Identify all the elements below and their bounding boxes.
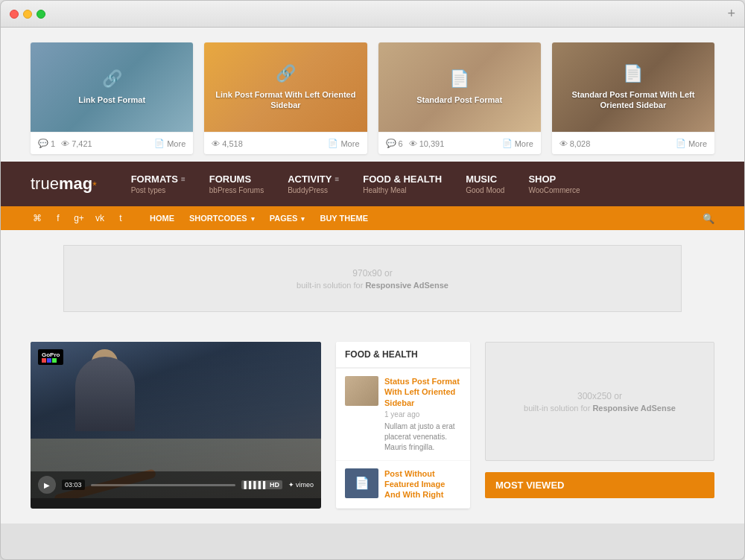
doc-icon-1: 📄 — [154, 139, 165, 148]
fh-item-title-2: Post Without Featured Image And With Rig… — [384, 468, 461, 500]
buy-theme-nav-item[interactable]: BUY THEME — [320, 214, 368, 223]
video-scene: GoPro ▶ 03:03 ▌▌▌▌▌ HD — [31, 342, 321, 498]
social-icons: ⌘ f g+ vk t — [31, 211, 127, 225]
card-title-3: Standard Post Format — [416, 95, 502, 105]
gopro-dot-1 — [42, 358, 46, 363]
gopro-dots — [42, 358, 60, 363]
card-image-4: 📄 Standard Post Format With Left Oriente… — [552, 42, 714, 132]
close-button[interactable] — [10, 10, 19, 19]
navbar: truemag* FORMATS ≡ Post types FORUMS bbP… — [1, 162, 744, 206]
ad-size-label: 970x90 or — [352, 268, 392, 279]
food-health-sub: Healthy Meal — [363, 186, 442, 194]
more-link-3[interactable]: 📄 More — [502, 139, 533, 148]
more-link-1[interactable]: 📄 More — [154, 139, 186, 148]
view-count-2: 👁 4,518 — [212, 139, 243, 148]
food-health-label: FOOD & HEALTH — [363, 174, 442, 185]
view-count-3: 👁 10,391 — [409, 139, 445, 148]
post-card-4[interactable]: 📄 Standard Post Format With Left Oriente… — [552, 42, 714, 154]
gopro-badge: GoPro — [38, 349, 63, 365]
play-button[interactable]: ▶ — [38, 476, 56, 494]
video-progress-bar[interactable] — [91, 484, 235, 486]
search-icon[interactable]: 🔍 — [703, 213, 714, 224]
formats-sub: Post types — [131, 186, 186, 194]
card-image-3: 📄 Standard Post Format — [378, 42, 541, 132]
video-time: 03:03 — [62, 480, 85, 490]
activity-menu-icon: ≡ — [335, 175, 339, 183]
ad-sidebar-box: 300x250 or built-in solution for Respons… — [485, 342, 714, 461]
doc-icon-3: 📄 — [502, 139, 513, 148]
vk-icon[interactable]: vk — [93, 211, 107, 225]
vimeo-v-icon: ✦ — [288, 481, 294, 489]
food-health-block: FOOD & HEALTH Status Post Format With Le… — [336, 342, 470, 509]
nav-items: FORMATS ≡ Post types FORUMS bbPress Foru… — [119, 162, 714, 206]
card-bg-4: 📄 Standard Post Format With Left Oriente… — [552, 42, 714, 132]
nav-item-activity[interactable]: ACTIVITY ≡ BuddyPress — [276, 162, 351, 206]
forums-label: FORUMS — [209, 174, 251, 185]
ad-sidebar-size: 300x250 or — [577, 391, 622, 401]
pages-nav-item[interactable]: PAGES ▾ — [270, 214, 305, 223]
eye-icon-2: 👁 — [212, 139, 220, 148]
facebook-icon[interactable]: f — [51, 211, 65, 225]
new-tab-button[interactable]: + — [727, 6, 735, 22]
fh-item-date-1: 1 year ago — [384, 410, 461, 419]
food-health-header: FOOD & HEALTH — [336, 342, 470, 369]
ad-desc-strong: Responsive AdSense — [365, 281, 448, 290]
shortcodes-nav-item[interactable]: SHORTCODES ▾ — [189, 214, 255, 223]
eye-icon-3: 👁 — [409, 139, 417, 148]
more-link-4[interactable]: 📄 More — [676, 139, 707, 148]
ad-banner-section: 970x90 or built-in solution for Responsi… — [1, 230, 744, 327]
post-card-3[interactable]: 📄 Standard Post Format 💬 6 👁 10,391 📄 — [378, 42, 541, 154]
home-nav-item[interactable]: HOME — [150, 214, 174, 223]
twitter-icon[interactable]: t — [114, 211, 127, 225]
fh-item-title-1: Status Post Format With Left Oriented Si… — [384, 376, 461, 408]
browser-window: + 🔗 Link Post Format 💬 1 — [0, 0, 745, 560]
video-controls: ▶ 03:03 ▌▌▌▌▌ HD ✦ vimeo — [31, 471, 321, 498]
traffic-lights — [10, 10, 45, 19]
post-card-2[interactable]: 🔗 Link Post Format With Left Oriented Si… — [204, 42, 367, 154]
doc-icon-4: 📄 — [676, 139, 686, 148]
activity-sub: BuddyPress — [288, 186, 339, 194]
maximize-button[interactable] — [37, 10, 45, 19]
doc-icon-2: 📄 — [328, 139, 338, 148]
post-card-1[interactable]: 🔗 Link Post Format 💬 1 👁 7,421 📄 — [31, 42, 193, 154]
gopro-dot-2 — [47, 358, 51, 363]
googleplus-icon[interactable]: g+ — [72, 211, 86, 225]
ad-sidebar-strong: Responsive AdSense — [592, 404, 675, 413]
cards-section: 🔗 Link Post Format 💬 1 👁 7,421 📄 — [1, 28, 744, 162]
brand-mag: mag — [59, 174, 92, 193]
brand-logo[interactable]: truemag* — [31, 174, 97, 194]
most-viewed-label: MOST VIEWED — [495, 480, 704, 491]
fh-item-2[interactable]: 📄 Post Without Featured Image And With R… — [336, 461, 470, 509]
pages-chevron: ▾ — [301, 215, 305, 223]
fh-item-1[interactable]: Status Post Format With Left Oriented Si… — [336, 369, 470, 461]
fh-thumb-1 — [345, 376, 378, 406]
ad-sidebar-desc: built-in solution for Responsive AdSense — [524, 404, 676, 413]
card-meta-3: 💬 6 👁 10,391 📄 More — [378, 132, 541, 154]
orange-toolbar: ⌘ f g+ vk t HOME SHORTCODES ▾ PAGES ▾ BU… — [1, 206, 744, 230]
vimeo-badge: ✦ vimeo — [288, 481, 314, 489]
brand-true: true — [31, 174, 59, 193]
card-meta-4: 👁 8,028 📄 More — [552, 132, 714, 154]
bars-icon: ▌▌▌▌▌ — [244, 481, 268, 489]
eye-icon-4: 👁 — [559, 139, 568, 148]
more-link-2[interactable]: 📄 More — [328, 139, 359, 148]
nav-item-music[interactable]: MUSIC Good Mood — [454, 162, 516, 206]
nav-item-formats[interactable]: FORMATS ≡ Post types — [119, 162, 197, 206]
music-sub: Good Mood — [466, 186, 504, 194]
fh-item-content-2: Post Without Featured Image And With Rig… — [384, 468, 461, 500]
document-icon-4: 📄 — [623, 64, 643, 83]
nav-item-shop[interactable]: SHOP WooCommerce — [516, 162, 592, 206]
nav-item-food-health[interactable]: FOOD & HEALTH Healthy Meal — [351, 162, 454, 206]
card-meta-1: 💬 1 👁 7,421 📄 More — [31, 132, 193, 154]
gopro-dot-3 — [52, 358, 57, 363]
card-bg-1: 🔗 Link Post Format — [31, 42, 193, 132]
nav-item-forums[interactable]: FORUMS bbPress Forums — [197, 162, 276, 206]
card-title-4: Standard Post Format With Left Oriented … — [559, 89, 707, 111]
card-title-1: Link Post Format — [78, 95, 145, 105]
link-icon-2: 🔗 — [276, 64, 296, 83]
brand-star: * — [92, 179, 96, 191]
main-section: GoPro ▶ 03:03 ▌▌▌▌▌ HD — [1, 327, 744, 524]
minimize-button[interactable] — [23, 10, 32, 19]
rss-icon[interactable]: ⌘ — [31, 211, 44, 225]
gopro-text: GoPro — [42, 351, 60, 358]
